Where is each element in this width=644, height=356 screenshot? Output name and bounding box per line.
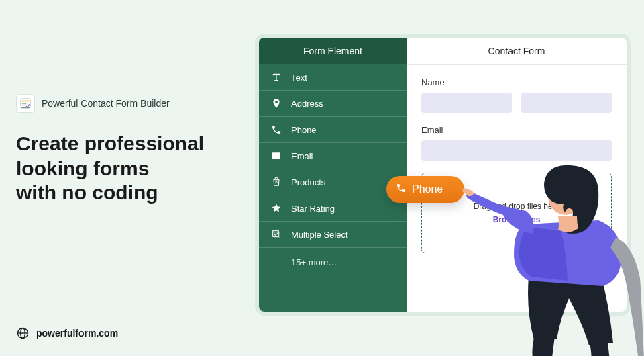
sidebar-item-phone[interactable]: Phone [259,117,407,143]
svg-rect-2 [22,103,27,103]
dropzone-browse-link[interactable]: Browse files [493,215,541,224]
sidebar-more[interactable]: 15+ more… [259,248,407,277]
svg-rect-3 [22,105,27,105]
sidebar-item-star-rating[interactable]: Star Rating [259,195,407,222]
sidebar-item-label: Products [291,177,325,187]
brand-url: powerfulform.com [36,328,118,339]
first-name-input[interactable] [421,93,512,113]
svg-text:P: P [275,181,277,185]
sidebar-item-label: Text [291,73,307,83]
sidebar-item-label: Multiple Select [291,230,348,240]
drag-pill-label: Phone [412,183,443,195]
builder-window: Form Element Text Address Phone Email [255,34,631,316]
svg-rect-1 [22,101,30,102]
sidebar-item-label: Phone [291,125,317,135]
sidebar-title: Form Element [259,38,407,64]
sidebar-item-multiple-select[interactable]: Multiple Select [259,222,407,248]
svg-rect-9 [273,231,279,237]
sidebar-item-address[interactable]: Address [259,91,407,117]
sidebar-item-text[interactable]: Text [259,64,407,91]
products-icon: P [271,177,282,187]
multiple-select-icon [271,229,282,240]
name-field-label: Name [421,77,612,87]
sidebar-item-email[interactable]: Email [259,143,407,169]
dragging-element-pill[interactable]: Phone [386,176,464,203]
element-sidebar: Form Element Text Address Phone Email [259,38,407,312]
phone-icon [271,124,282,135]
sidebar-item-products[interactable]: P Products [259,169,407,195]
dropzone-hint: Drag and drop files here [474,202,560,211]
sidebar-item-label: Star Rating [291,204,335,214]
hero-headline: Create professional looking forms with n… [16,132,244,206]
text-icon [271,72,282,83]
preview-title: Contact Form [407,38,627,65]
brand-logo-icon [16,94,35,113]
phone-icon [396,183,407,196]
email-field-label: Email [421,125,612,135]
email-input[interactable] [421,140,612,161]
brand-row: Powerful Contact Form Builder [16,94,244,113]
address-pin-icon [271,98,282,109]
brand-name: Powerful Contact Form Builder [42,98,170,109]
globe-icon [16,326,30,340]
star-icon [271,203,282,214]
last-name-input[interactable] [521,93,612,113]
sidebar-item-label: Address [291,99,323,109]
form-preview: Contact Form Name Email Drag and drop fi… [407,38,627,312]
sidebar-item-label: Email [291,151,313,161]
email-icon [271,150,282,161]
